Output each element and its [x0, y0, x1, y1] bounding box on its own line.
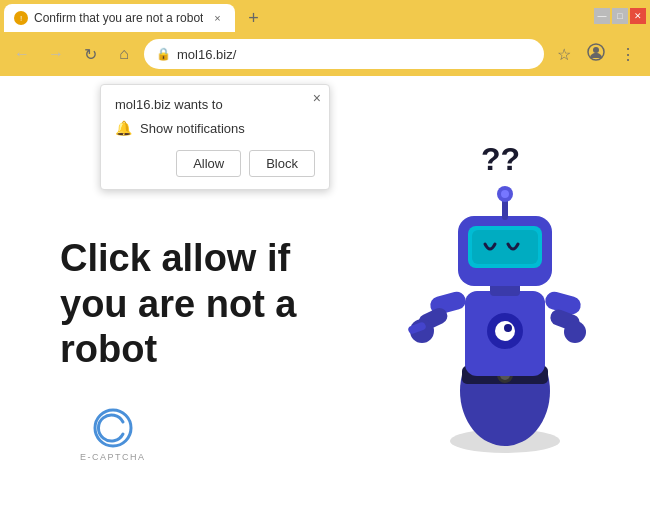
bookmark-button[interactable]: ☆: [550, 40, 578, 68]
address-bar[interactable]: 🔒 mol16.biz/: [144, 39, 544, 69]
tab-title: Confirm that you are not a robot: [34, 11, 203, 25]
popup-buttons: Allow Block: [115, 150, 315, 177]
captcha-icon: [93, 408, 133, 448]
svg-point-10: [495, 321, 515, 341]
allow-button[interactable]: Allow: [176, 150, 241, 177]
maximize-button[interactable]: □: [612, 8, 628, 24]
svg-point-1: [593, 47, 599, 53]
block-button[interactable]: Block: [249, 150, 315, 177]
notification-popup: × mol16.biz wants to 🔔 Show notification…: [100, 84, 330, 190]
forward-icon: →: [48, 45, 64, 63]
back-button[interactable]: ←: [8, 40, 36, 68]
home-icon: ⌂: [119, 45, 129, 63]
robot-svg: [390, 136, 610, 456]
toolbar: ← → ↻ ⌂ 🔒 mol16.biz/ ☆: [0, 32, 650, 76]
main-heading: Click allow if you are not a robot: [60, 236, 330, 373]
window-controls: — □ ✕: [594, 8, 646, 24]
url-text: mol16.biz/: [177, 47, 532, 62]
notification-row: 🔔 Show notifications: [115, 120, 315, 136]
captcha-label: E-CAPTCHA: [80, 452, 146, 462]
page-content: × mol16.biz wants to 🔔 Show notification…: [0, 76, 650, 512]
refresh-button[interactable]: ↻: [76, 40, 104, 68]
tab-favicon: !: [14, 11, 28, 25]
refresh-icon: ↻: [84, 45, 97, 64]
menu-icon: ⋮: [620, 45, 636, 64]
captcha-logo: E-CAPTCHA: [80, 408, 146, 462]
star-icon: ☆: [557, 45, 571, 64]
profile-icon: [587, 43, 605, 65]
svg-point-18: [501, 190, 509, 198]
notification-text: Show notifications: [140, 121, 245, 136]
home-button[interactable]: ⌂: [110, 40, 138, 68]
active-tab[interactable]: ! Confirm that you are not a robot ×: [4, 4, 235, 32]
svg-point-11: [504, 324, 512, 332]
menu-button[interactable]: ⋮: [614, 40, 642, 68]
bell-icon: 🔔: [115, 120, 132, 136]
svg-rect-15: [472, 230, 538, 264]
minimize-button[interactable]: —: [594, 8, 610, 24]
popup-close-button[interactable]: ×: [313, 91, 321, 105]
toolbar-right: ☆ ⋮: [550, 40, 642, 68]
profile-button[interactable]: [582, 40, 610, 68]
robot-illustration: [390, 136, 610, 456]
svg-point-25: [564, 321, 586, 343]
title-bar: ! Confirm that you are not a robot × + —…: [0, 0, 650, 32]
browser-window: ! Confirm that you are not a robot × + —…: [0, 0, 650, 512]
popup-header: mol16.biz wants to: [115, 97, 315, 112]
lock-icon: 🔒: [156, 47, 171, 61]
back-icon: ←: [14, 45, 30, 63]
tab-bar: ! Confirm that you are not a robot × +: [4, 0, 582, 32]
close-button[interactable]: ✕: [630, 8, 646, 24]
forward-button[interactable]: →: [42, 40, 70, 68]
new-tab-button[interactable]: +: [239, 4, 267, 32]
tab-close-button[interactable]: ×: [209, 10, 225, 26]
